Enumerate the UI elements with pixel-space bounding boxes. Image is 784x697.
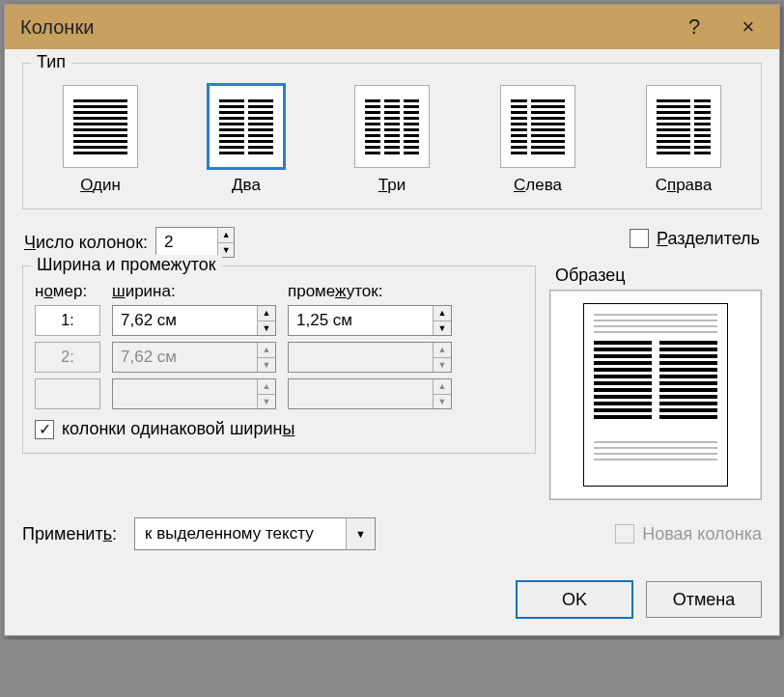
ws-table: номер: ширина: промежуток: 1: ▲▼ xyxy=(35,282,523,409)
preview-box xyxy=(549,290,762,500)
preset-three[interactable]: Три xyxy=(334,85,450,195)
preset-row: Один Два Три xyxy=(33,79,751,199)
column-count-label: Число колонок: xyxy=(24,233,148,253)
preset-left-label: Слева xyxy=(514,176,562,195)
cancel-button[interactable]: Отмена xyxy=(646,581,762,618)
separator-label: Разделитель xyxy=(657,229,760,249)
ws-spacing-1[interactable]: ▲▼ xyxy=(288,305,452,336)
spinner-up-icon[interactable]: ▲ xyxy=(434,306,451,321)
width-spacing-group: Ширина и промежуток номер: ширина: проме… xyxy=(22,265,536,454)
spinner-up-icon: ▲ xyxy=(258,343,275,358)
ws-header-spacing: промежуток: xyxy=(288,282,452,301)
spinner-up-icon[interactable]: ▲ xyxy=(218,228,234,243)
apply-row: Применить: к выделенному тексту ▼ Новая … xyxy=(22,517,762,550)
preset-one-icon xyxy=(63,85,138,168)
ws-row-3: ▲▼ ▲▼ xyxy=(35,378,523,409)
apply-label: Применить: xyxy=(22,524,117,544)
ws-header-num: номер: xyxy=(35,282,100,301)
spinner-buttons[interactable]: ▲▼ xyxy=(217,228,234,257)
ws-width-3: ▲▼ xyxy=(112,378,276,409)
help-button[interactable]: ? xyxy=(667,5,721,49)
ws-width-1-input[interactable] xyxy=(113,306,257,335)
preview-page-icon xyxy=(583,303,728,487)
spinner-down-icon[interactable]: ▼ xyxy=(258,321,275,336)
ws-width-2-input xyxy=(113,343,257,372)
column-count-row: Число колонок: ▲▼ xyxy=(24,227,235,258)
ws-spacing-1-input[interactable] xyxy=(289,306,433,335)
checkbox-box xyxy=(630,229,649,248)
preset-right[interactable]: Справа xyxy=(626,85,742,195)
preset-right-icon xyxy=(646,85,721,168)
ws-spacing-3-input xyxy=(289,379,433,408)
checkbox-box xyxy=(615,524,634,544)
ws-width-2: ▲▼ xyxy=(112,342,276,373)
ws-width-3-input xyxy=(113,379,257,408)
preset-one[interactable]: Один xyxy=(42,85,158,195)
ws-num-3 xyxy=(35,378,100,409)
ws-width-1[interactable]: ▲▼ xyxy=(112,305,276,336)
preview-legend: Образец xyxy=(555,265,762,286)
footer: OK Отмена xyxy=(5,568,779,635)
spinner-up-icon: ▲ xyxy=(258,379,275,395)
count-separator-row: Число колонок: ▲▼ Разделитель xyxy=(22,219,762,258)
separator-checkbox[interactable]: Разделитель xyxy=(630,229,760,249)
columns-dialog: Колонки ? × Тип Один Два xyxy=(4,4,780,636)
mid-section: Ширина и промежуток номер: ширина: проме… xyxy=(22,265,762,500)
ok-button[interactable]: OK xyxy=(517,581,632,618)
type-legend: Тип xyxy=(31,52,71,72)
dialog-title: Колонки xyxy=(20,16,667,39)
preset-two-icon xyxy=(209,85,284,168)
preview-col: Образец xyxy=(549,265,762,500)
ws-num-1: 1: xyxy=(35,305,100,336)
spinner-down-icon: ▼ xyxy=(258,358,275,373)
equal-width-checkbox[interactable]: ✓ колонки одинаковой ширины xyxy=(35,419,294,439)
preset-three-icon xyxy=(354,85,430,168)
ws-headers: номер: ширина: промежуток: xyxy=(35,282,523,301)
type-group: Тип Один Два xyxy=(22,63,762,209)
spinner-down-icon[interactable]: ▼ xyxy=(434,321,451,336)
chevron-down-icon[interactable]: ▼ xyxy=(346,518,375,549)
new-column-label: Новая колонка xyxy=(642,524,762,544)
spinner-down-icon: ▼ xyxy=(434,358,451,373)
preset-right-label: Справа xyxy=(656,176,713,195)
preset-left[interactable]: Слева xyxy=(480,85,596,195)
ws-legend: Ширина и промежуток xyxy=(31,255,222,275)
spinner-up-icon[interactable]: ▲ xyxy=(258,306,275,321)
spinner-up-icon: ▲ xyxy=(434,343,451,358)
spinner-up-icon: ▲ xyxy=(434,379,451,395)
preset-left-icon xyxy=(500,85,575,168)
equal-width-label: колонки одинаковой ширины xyxy=(62,419,294,439)
ws-spacing-2-input xyxy=(289,343,433,372)
column-count-spinner[interactable]: ▲▼ xyxy=(155,227,235,258)
ws-num-2: 2: xyxy=(35,342,100,373)
checkbox-box: ✓ xyxy=(35,420,54,439)
preset-one-label: Один xyxy=(80,176,121,195)
preset-two-label: Два xyxy=(232,176,261,195)
ws-spacing-3: ▲▼ xyxy=(288,378,452,409)
ws-row-1: 1: ▲▼ ▲▼ xyxy=(35,305,523,336)
apply-value: к выделенному тексту xyxy=(135,524,346,544)
new-column-checkbox: Новая колонка xyxy=(615,524,762,544)
dialog-body: Тип Один Два xyxy=(5,49,779,568)
apply-select[interactable]: к выделенному тексту ▼ xyxy=(134,517,376,550)
ws-header-width: ширина: xyxy=(112,282,276,301)
width-spacing-col: Ширина и промежуток номер: ширина: проме… xyxy=(22,265,536,500)
ws-spacing-2: ▲▼ xyxy=(288,342,452,373)
column-count-input[interactable] xyxy=(156,228,217,257)
spinner-down-icon: ▼ xyxy=(258,395,275,409)
preset-two[interactable]: Два xyxy=(188,85,304,195)
titlebar: Колонки ? × xyxy=(5,5,779,49)
close-button[interactable]: × xyxy=(721,5,775,49)
ws-row-2: 2: ▲▼ ▲▼ xyxy=(35,342,523,373)
spinner-down-icon: ▼ xyxy=(434,395,451,409)
preset-three-label: Три xyxy=(378,176,406,195)
